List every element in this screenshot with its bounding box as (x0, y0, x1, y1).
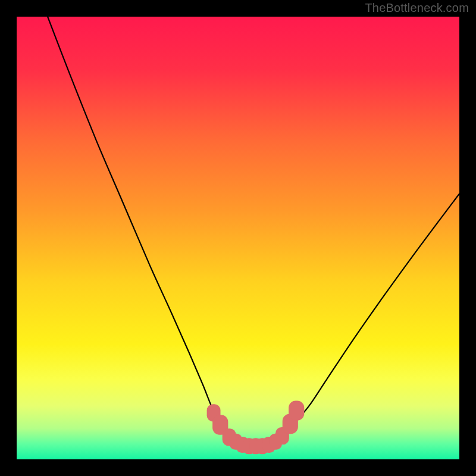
watermark-text: TheBottleneck.com (365, 1, 469, 15)
chart-svg (17, 17, 459, 459)
plot-area (17, 17, 459, 459)
outer-frame: TheBottleneck.com (0, 0, 476, 476)
gradient-background (17, 17, 459, 459)
marker-dot (289, 400, 304, 420)
